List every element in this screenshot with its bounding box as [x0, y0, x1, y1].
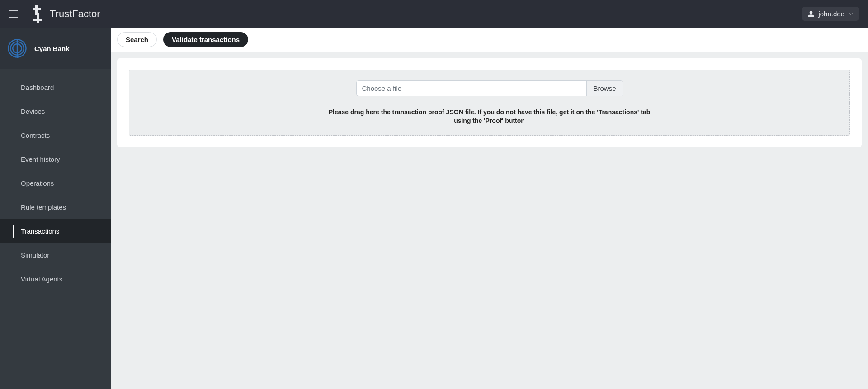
topbar: TrustFactor john.doe — [0, 0, 868, 28]
sidebar-item-contracts[interactable]: Contracts — [0, 123, 111, 147]
sidebar-item-label: Operations — [21, 179, 54, 187]
sidebar-item-transactions[interactable]: Transactions — [0, 219, 111, 243]
sidebar-item-label: Transactions — [21, 227, 59, 235]
user-name: john.doe — [818, 10, 844, 18]
svg-rect-2 — [37, 13, 39, 23]
sidebar-item-label: Event history — [21, 155, 60, 163]
org-header[interactable]: Cyan Bank — [0, 28, 111, 69]
file-dropzone[interactable]: Choose a file Browse Please drag here th… — [129, 70, 850, 136]
svg-rect-3 — [33, 19, 42, 21]
browse-button[interactable]: Browse — [586, 81, 622, 96]
tab-label: Validate transactions — [172, 36, 240, 43]
sidebar-item-label: Contracts — [21, 131, 50, 139]
brand[interactable]: TrustFactor — [29, 5, 100, 23]
brand-logo-icon — [29, 5, 45, 23]
brand-name: TrustFactor — [50, 8, 100, 20]
tab-validate-transactions[interactable]: Validate transactions — [163, 32, 248, 47]
upload-help-text: Please drag here the transaction proof J… — [327, 108, 652, 125]
user-menu[interactable]: john.doe — [802, 7, 859, 21]
sidebar-item-dashboard[interactable]: Dashboard — [0, 75, 111, 99]
sidebar-item-virtual-agents[interactable]: Virtual Agents — [0, 267, 111, 291]
sidebar-nav: Dashboard Devices Contracts Event histor… — [0, 69, 111, 291]
sidebar-item-operations[interactable]: Operations — [0, 171, 111, 195]
sidebar-item-label: Virtual Agents — [21, 275, 62, 283]
sidebar-item-label: Dashboard — [21, 84, 54, 91]
chevron-down-icon — [848, 11, 854, 17]
main: Search Validate transactions Choose a fi… — [111, 28, 868, 389]
menu-toggle-icon[interactable] — [9, 10, 18, 18]
sidebar-item-label: Simulator — [21, 251, 49, 259]
user-icon — [807, 10, 815, 18]
sidebar-item-label: Rule templates — [21, 203, 66, 211]
tabs: Search Validate transactions — [111, 28, 868, 52]
svg-rect-1 — [33, 8, 41, 10]
file-input-placeholder: Choose a file — [357, 81, 587, 96]
sidebar-item-event-history[interactable]: Event history — [0, 147, 111, 171]
file-input[interactable]: Choose a file Browse — [356, 80, 623, 96]
sidebar-item-simulator[interactable]: Simulator — [0, 243, 111, 267]
org-logo-icon — [5, 37, 29, 60]
sidebar-item-devices[interactable]: Devices — [0, 99, 111, 123]
sidebar-item-label: Devices — [21, 108, 45, 115]
org-name: Cyan Bank — [34, 45, 70, 52]
tab-label: Search — [126, 36, 148, 43]
sidebar-item-rule-templates[interactable]: Rule templates — [0, 195, 111, 219]
upload-card: Choose a file Browse Please drag here th… — [117, 58, 862, 147]
sidebar: Cyan Bank Dashboard Devices Contracts Ev… — [0, 28, 111, 389]
tab-search[interactable]: Search — [117, 32, 157, 47]
